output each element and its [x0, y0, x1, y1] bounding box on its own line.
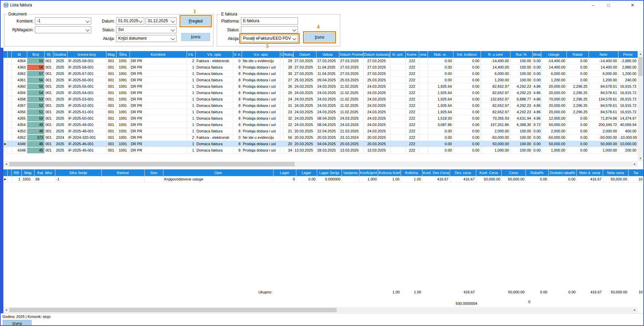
table-row[interactable]: Ukupno:1.001.00416.6750,000.000.000.0041…	[3, 289, 644, 295]
column-header[interactable]: Mag	[106, 51, 116, 58]
column-header[interactable]: Nalog	[283, 51, 293, 58]
table-row[interactable]: 4353480012025IF-2025-48-0010011091DR PR1…	[3, 128, 638, 134]
scrollbar-thumb[interactable]	[638, 57, 643, 76]
komitent-select[interactable]: -1	[35, 17, 91, 25]
scroll-right-icon[interactable]: ►	[632, 307, 638, 313]
column-header[interactable]: Lager Serija	[317, 169, 342, 176]
column-header[interactable]: Usluge	[541, 51, 566, 58]
scroll-left-icon[interactable]: ◄	[3, 161, 9, 167]
datum-from-select[interactable]: 01.01.2025	[116, 17, 144, 25]
column-header[interactable]: Godina	[53, 51, 67, 58]
column-header[interactable]: Neto d. cena	[577, 169, 603, 176]
column-header[interactable]: Cena	[501, 169, 526, 176]
column-header[interactable]: O	[280, 51, 283, 58]
scroll-right-icon[interactable]: ►	[632, 161, 638, 167]
vertical-scrollbar[interactable]: ▲ ▼	[638, 51, 643, 161]
column-header[interactable]: Bruto	[532, 51, 541, 58]
table-row[interactable]: ▶4349460012025IF-2025-46-0010011091DR PR…	[3, 141, 638, 147]
table-row[interactable]: 4358530012025IF-2025-53-0010011091DR PR1…	[3, 96, 638, 103]
table-row[interactable]: 4355500012025IF-2025-50-0010011091DR PR1…	[3, 115, 638, 122]
column-header[interactable]: Valuta	[316, 51, 339, 58]
table-row[interactable]: 4362570012025IF-2025-57-0010011091DR PR1…	[3, 71, 638, 77]
column-header[interactable]: Koeficijent	[359, 169, 378, 176]
column-header[interactable]: Kome.	[405, 51, 419, 58]
scroll-up-icon[interactable]: ▲	[638, 51, 643, 57]
column-header[interactable]: Nab. vr.	[428, 51, 453, 58]
rj-magacin-select[interactable]	[35, 26, 91, 33]
column-header[interactable]: Id	[11, 51, 27, 58]
scroll-left-icon[interactable]: ◄	[3, 307, 9, 313]
table-row[interactable]: 4360550012025IF-2025-55-0010011091DR PR1…	[3, 83, 638, 90]
column-header[interactable]: Izvorni broj	[67, 51, 106, 58]
column-header[interactable]: Neto	[589, 51, 618, 58]
table-row[interactable]: 43523730012024IF-2024-320-0010011091DR P…	[3, 134, 638, 141]
column-header[interactable]	[7, 51, 11, 58]
horizontal-scrollbar-top[interactable]: ◄ ►	[3, 161, 638, 167]
column-header[interactable]: ena	[419, 51, 428, 58]
column-header[interactable]: Broj	[27, 51, 44, 58]
table-row[interactable]: 4354490012025IF-2025-49-0010011091DR PR1…	[3, 122, 638, 128]
column-header[interactable]: Size	[144, 169, 163, 176]
column-header[interactable]: Mag	[21, 169, 34, 176]
statusbar-izvrsi-button[interactable]: Izvrsi	[3, 320, 32, 326]
column-header[interactable]: Lager	[296, 169, 317, 176]
column-header[interactable]: Kolicina Koef.	[378, 169, 401, 176]
izvrsi-button[interactable]: Izvrsi	[181, 33, 210, 41]
column-header[interactable]: Tar	[628, 169, 644, 176]
column-header[interactable]: Datum	[293, 51, 316, 58]
datum-to-select[interactable]: 31.12.2025	[146, 17, 177, 25]
efaktura-status-select[interactable]	[241, 26, 298, 33]
table-row[interactable]: 4348450012025IF-2025-45-0010011091DR PR1…	[3, 147, 638, 154]
column-header[interactable]	[3, 169, 7, 176]
cell: 1	[187, 122, 195, 128]
table-row[interactable]: 4363580012025IF-2025-58-0010011091DR PR1…	[3, 64, 638, 71]
column-header[interactable]: Barkod	[101, 169, 144, 176]
column-header[interactable]: Rabat%	[526, 169, 548, 176]
horizontal-scrollbar-bottom[interactable]: ◄ ►	[3, 307, 638, 313]
column-header[interactable]: Sifra Serije	[55, 169, 101, 176]
minimize-icon[interactable]: –	[585, 1, 601, 10]
platforma-field[interactable]: E-faktura	[241, 17, 298, 25]
column-header[interactable]: Dev. cena	[450, 169, 476, 176]
column-header[interactable]: Količina	[401, 169, 422, 176]
column-header[interactable]: V.k. opis	[195, 51, 233, 58]
scrollbar-thumb[interactable]	[9, 308, 337, 312]
scrollbar-thumb[interactable]	[9, 162, 295, 166]
column-header[interactable]: V. e.	[233, 51, 242, 58]
column-header[interactable]	[7, 169, 11, 176]
table-row[interactable]: 4359540012025IF-2025-54-0010011091DR PR1…	[3, 90, 638, 96]
column-header[interactable]: V.e. opis	[242, 51, 280, 58]
column-header[interactable]: Neto cena	[603, 169, 628, 176]
column-header[interactable]: Porez	[618, 51, 638, 58]
column-header[interactable]: Ruc %	[510, 51, 532, 58]
column-header[interactable]: R. u ceni	[481, 51, 510, 58]
column-header[interactable]: Opis	[163, 169, 273, 176]
column-header[interactable]: Koef. Cena	[476, 169, 501, 176]
akcija-select[interactable]: Knjizi dokument	[116, 35, 177, 42]
column-header[interactable]: Datum Prometa	[339, 51, 363, 58]
column-header[interactable]: Kat. šifra	[34, 169, 55, 176]
column-header[interactable]: RB	[11, 169, 21, 176]
column-header[interactable]: Šifra	[116, 51, 130, 58]
table-row[interactable]: 4361560012025IF-2025-56-0010011091DR PR1…	[3, 77, 638, 83]
column-header[interactable]: Lager	[273, 169, 296, 176]
column-header[interactable]	[3, 51, 7, 58]
close-icon[interactable]: ✕	[625, 1, 640, 10]
column-header[interactable]: Dodatni rabat%	[548, 169, 577, 176]
column-header[interactable]: Komitent	[130, 51, 187, 58]
column-header[interactable]: V.k.	[187, 51, 195, 58]
maximize-icon[interactable]: □	[601, 1, 616, 10]
table-row[interactable]: 4357520012025IF-2025-52-0010011091DR PR1…	[3, 103, 638, 109]
column-header[interactable]: Ind. troškovi	[453, 51, 481, 58]
column-header[interactable]: Varijanta	[342, 169, 359, 176]
column-header[interactable]: Rabat	[566, 51, 589, 58]
status-select[interactable]: Svi	[116, 26, 177, 33]
table-row[interactable]: 4364590012025IF-2025-58-0010011091DR PR2…	[3, 58, 638, 64]
column-header[interactable]: Datum Izdavanja	[363, 51, 390, 58]
column-header[interactable]: Koef. Dev Cena	[422, 169, 450, 176]
scroll-down-icon[interactable]: ▼	[638, 156, 643, 161]
column-header[interactable]: Rj	[44, 51, 53, 58]
table-row[interactable]: 4356510012025IF-2025-51-0010011091DR PR1…	[3, 109, 638, 115]
column-header[interactable]: Vr. pot.	[390, 51, 405, 58]
table-row[interactable]: ▶1100168-1Knjigovodstvene usluge00.000.0…	[3, 176, 644, 182]
